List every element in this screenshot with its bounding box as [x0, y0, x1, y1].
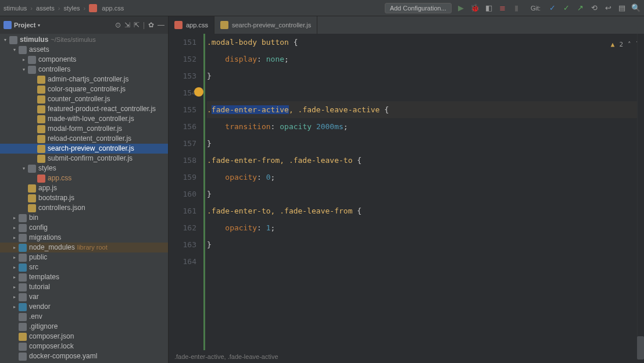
css-icon — [174, 21, 183, 29]
breadcrumb-bar[interactable]: .fade-enter-active, .fade-leave-active — [169, 350, 644, 363]
tree-item[interactable]: var — [0, 292, 168, 302]
history-icon[interactable]: ⟲ — [589, 3, 599, 13]
tree-item[interactable]: vendor — [0, 302, 168, 312]
code-line[interactable]: } — [207, 67, 644, 84]
project-structure-icon[interactable]: ▤ — [617, 3, 627, 13]
chevron-down-icon: ▾ — [38, 23, 40, 28]
line-gutter[interactable]: 1511521531541551561571581591601611621631… — [169, 34, 202, 350]
expand-all-icon[interactable]: ⇲ — [124, 21, 130, 29]
stop-icon[interactable]: ≣ — [498, 3, 507, 13]
code-line[interactable]: transition: opacity 2000ms; — [207, 118, 644, 135]
js-icon — [37, 145, 45, 153]
tree-item[interactable]: .env — [0, 312, 168, 322]
tree-item[interactable]: counter_controller.js — [0, 94, 168, 104]
tree-item[interactable]: color-square_controller.js — [0, 84, 168, 94]
coverage-icon[interactable]: ◧ — [484, 3, 493, 13]
code-line[interactable]: } — [207, 186, 644, 202]
debug-icon[interactable]: 🐞 — [470, 3, 480, 13]
js-icon — [37, 95, 45, 104]
tree-item[interactable]: made-with-love_controller.js — [0, 114, 168, 124]
git-update-icon[interactable]: ✓ — [548, 3, 557, 13]
tree-item[interactable]: admin-chartjs_controller.js — [0, 74, 168, 84]
file-icon — [19, 353, 27, 361]
git-commit-icon[interactable]: ✓ — [561, 3, 571, 13]
tree-item[interactable]: components — [0, 55, 168, 65]
code-line[interactable]: } — [207, 236, 644, 253]
crumb-file[interactable]: app.css — [89, 4, 124, 12]
tree-item[interactable]: composer.json — [0, 332, 168, 341]
tree-item[interactable]: docker-compose.yaml — [0, 351, 168, 361]
code-line[interactable]: display: none; — [207, 51, 644, 67]
js-icon — [37, 125, 45, 133]
tree-item[interactable]: app.js — [0, 183, 168, 193]
file-icon — [19, 323, 27, 331]
project-view-select[interactable]: Project ▾ — [3, 21, 40, 29]
code-line[interactable]: .fade-enter-from, .fade-leave-to { — [207, 152, 644, 169]
tree-item[interactable]: migrations — [0, 233, 168, 243]
editor-tab[interactable]: app.css — [169, 16, 214, 34]
warning-icon: ▲ — [611, 36, 615, 53]
tree-item[interactable]: templates — [0, 272, 168, 282]
tree-item[interactable]: assets — [0, 45, 168, 55]
tree-item[interactable]: public — [0, 252, 168, 262]
tree-item[interactable]: app.css — [0, 173, 168, 183]
tree-item[interactable]: node_moduleslibrary root — [0, 243, 168, 252]
inspections-widget[interactable]: ▲2 ˄ ˅ — [611, 36, 639, 53]
tree-item[interactable]: bin — [0, 213, 168, 223]
code-line[interactable]: opacity: 0; — [207, 169, 644, 186]
tree-item[interactable]: reload-content_controller.js — [0, 134, 168, 144]
tree-item[interactable]: composer.lock — [0, 341, 168, 351]
code-line[interactable]: } — [207, 135, 644, 152]
crumb[interactable]: styles — [63, 5, 80, 12]
code-line[interactable]: .fade-enter-to, .fade-leave-from { — [207, 202, 644, 219]
fold-icon — [19, 273, 27, 282]
hide-icon[interactable]: — — [158, 21, 164, 29]
tree-item[interactable]: featured-product-react_controller.js — [0, 104, 168, 114]
tree-item[interactable]: tutorial — [0, 282, 168, 292]
toolbar-divider: ▮ — [512, 3, 521, 13]
project-tree[interactable]: stimulus~/Sites/stimulusassetscomponents… — [0, 34, 168, 361]
gear-icon[interactable]: ✿ — [148, 21, 154, 29]
add-configuration-button[interactable]: Add Configuration... — [385, 3, 452, 13]
code-area[interactable]: ▲2 ˄ ˅ .modal-body button { display: non… — [206, 34, 644, 350]
undo-icon[interactable]: ↩ — [603, 3, 613, 13]
code-line[interactable]: opacity: 1; — [207, 219, 644, 236]
tree-item[interactable]: styles — [0, 163, 168, 173]
folde-icon — [19, 303, 27, 311]
tree-item[interactable]: modal-form_controller.js — [0, 124, 168, 134]
tree-item[interactable]: search-preview_controller.js — [0, 144, 168, 154]
editor-tab[interactable]: search-preview_controller.js — [214, 16, 317, 34]
json-icon — [28, 204, 36, 212]
tree-item[interactable]: src — [0, 262, 168, 272]
chevron-up-icon[interactable]: ˄ — [628, 36, 631, 53]
search-icon[interactable]: 🔍 — [631, 3, 641, 13]
select-opened-file-icon[interactable]: ⊙ — [115, 21, 121, 29]
editor-scrollbar[interactable] — [637, 34, 644, 350]
fold-icon — [19, 283, 27, 291]
tree-item[interactable]: submit-confirm_controller.js — [0, 154, 168, 163]
code-line[interactable]: .modal-body button { — [207, 34, 644, 51]
tree-item[interactable]: controllers — [0, 65, 168, 74]
crumb[interactable]: assets — [36, 5, 55, 12]
toolbar-actions: ▶ 🐞 ◧ ≣ ▮ Git: ✓ ✓ ↗ ⟲ ↩ ▤ 🔍 — [456, 3, 641, 13]
code-line[interactable]: .fade-enter-active, .fade-leave-active { — [207, 101, 644, 118]
code-line[interactable] — [207, 253, 644, 270]
tree-item[interactable]: config — [0, 223, 168, 233]
js-icon — [28, 184, 36, 193]
git-push-icon[interactable]: ↗ — [575, 3, 585, 13]
tree-item[interactable]: controllers.json — [0, 203, 168, 213]
chevron-right-icon: › — [58, 5, 60, 12]
tree-item[interactable]: .gitignore — [0, 322, 168, 332]
run-icon[interactable]: ▶ — [456, 3, 466, 13]
show-options-icon[interactable]: | — [143, 21, 145, 29]
code-line[interactable] — [207, 84, 644, 101]
tree-root[interactable]: stimulus~/Sites/stimulus — [0, 35, 168, 45]
collapse-all-icon[interactable]: ⇱ — [134, 21, 139, 29]
json-icon — [19, 333, 27, 341]
breadcrumb[interactable]: stimulus › assets › styles › app.css — [3, 4, 124, 12]
intention-bulb-icon[interactable] — [194, 87, 203, 97]
tree-item[interactable]: bootstrap.js — [0, 193, 168, 203]
file-icon — [19, 343, 27, 351]
crumb[interactable]: stimulus — [3, 5, 27, 12]
scrollbar-thumb[interactable] — [637, 336, 644, 360]
